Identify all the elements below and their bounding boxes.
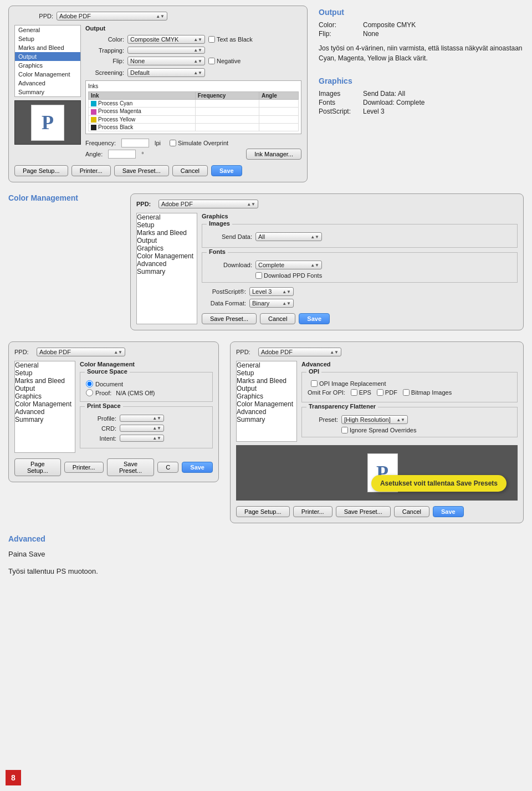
inks-section: Inks Ink Frequency Angle	[85, 80, 301, 134]
g-nav-setup[interactable]: Setup	[137, 221, 197, 229]
download-value: Complete	[258, 262, 284, 268]
simulate-overprint-checkbox[interactable]	[170, 140, 176, 146]
document-label: Document	[95, 381, 123, 387]
negative-label[interactable]: Negative	[208, 58, 241, 64]
flip-select[interactable]: None ▲▼	[127, 57, 205, 65]
adv-save-preset-button[interactable]: Save Preset...	[336, 506, 391, 517]
negative-checkbox[interactable]	[208, 58, 215, 64]
send-data-select[interactable]: All ▲▼	[255, 232, 322, 241]
adv-nav-advanced[interactable]: Advanced	[237, 408, 296, 416]
g-save-preset-button[interactable]: Save Preset...	[202, 313, 257, 324]
send-data-label: Send Data:	[208, 233, 252, 240]
frequency-input[interactable]	[121, 139, 149, 147]
preset-select[interactable]: [High Resolution] ▲▼	[341, 415, 408, 424]
data-format-select[interactable]: Binary ▲▼	[249, 299, 294, 308]
printer-button[interactable]: Printer...	[71, 165, 111, 176]
angle-input[interactable]	[108, 150, 136, 159]
proof-radio[interactable]	[86, 389, 93, 396]
pdf-label[interactable]: PDF	[377, 389, 397, 396]
cm-save-preset-button[interactable]: Save Preset...	[107, 458, 155, 476]
nav-marks-bleed[interactable]: Marks and Bleed	[15, 43, 80, 52]
text-as-black-checkbox[interactable]	[208, 36, 215, 43]
nav-summary[interactable]: Summary	[15, 88, 80, 96]
cm-nav-color-mgmt[interactable]: Color Management	[15, 400, 75, 408]
g-nav-graphics[interactable]: Graphics	[137, 244, 197, 252]
print-space-fieldset: Print Space Profile: ▲▼ CRD:	[80, 406, 213, 448]
cm-nav-output[interactable]: Output	[15, 385, 75, 392]
trapping-select[interactable]: ▲▼	[127, 47, 205, 54]
adv-printer-button[interactable]: Printer...	[293, 506, 332, 517]
data-format-row: Data Format: Binary ▲▼	[202, 299, 518, 308]
nav-advanced[interactable]: Advanced	[15, 79, 80, 88]
ignore-spread-checkbox[interactable]	[341, 427, 348, 433]
cm-nav-summary[interactable]: Summary	[15, 416, 75, 423]
save-preset-button[interactable]: Save Preset...	[114, 165, 169, 176]
adv-nav-setup[interactable]: Setup	[237, 369, 296, 377]
cm-nav-marks-bleed[interactable]: Marks and Bleed	[15, 377, 75, 385]
download-ppd-checkbox[interactable]	[255, 272, 262, 279]
page-setup-button[interactable]: Page Setup...	[14, 165, 68, 176]
g-nav-summary[interactable]: Summary	[137, 268, 197, 275]
simulate-overprint-label[interactable]: Simulate Overprint	[170, 140, 228, 146]
callout-bubble: Asetukset voit tallentaa Save Presets	[371, 475, 507, 492]
nav-output[interactable]: Output	[15, 52, 80, 61]
cm-ppd-select[interactable]: Adobe PDF ▲▼	[37, 348, 125, 356]
adv-nav-general[interactable]: General	[237, 361, 296, 369]
ignore-spread-label[interactable]: Ignore Spread Overrides	[341, 427, 511, 433]
save-button[interactable]: Save	[211, 165, 242, 176]
adv-ppd-select[interactable]: Adobe PDF ▲▼	[258, 348, 341, 356]
nav-color-management[interactable]: Color Management	[15, 70, 80, 79]
cm-nav-advanced[interactable]: Advanced	[15, 408, 75, 416]
color-select[interactable]: Composite CMYK ▲▼	[127, 35, 205, 44]
eps-checkbox[interactable]	[351, 389, 357, 396]
g-nav-marks-bleed[interactable]: Marks and Bleed	[137, 229, 197, 237]
graphics-images-val: Send Data: All	[363, 90, 405, 98]
profile-label: Profile:	[86, 415, 116, 422]
g-save-button[interactable]: Save	[299, 313, 330, 324]
g-nav-output[interactable]: Output	[137, 237, 197, 244]
crd-select[interactable]: ▲▼	[120, 425, 164, 432]
cm-printer-button[interactable]: Printer...	[64, 462, 104, 473]
profile-select[interactable]: ▲▼	[120, 415, 164, 422]
adv-nav-color-mgmt[interactable]: Color Management	[237, 400, 296, 408]
cm-nav-setup[interactable]: Setup	[15, 369, 75, 377]
g-nav-advanced[interactable]: Advanced	[137, 260, 197, 268]
g-nav-general[interactable]: General	[137, 213, 197, 221]
cm-page-setup-button[interactable]: Page Setup...	[14, 458, 61, 476]
adv-nav-marks-bleed[interactable]: Marks and Bleed	[237, 377, 296, 385]
nav-graphics[interactable]: Graphics	[15, 61, 80, 70]
adv-nav-summary[interactable]: Summary	[237, 416, 296, 423]
ink-manager-button[interactable]: Ink Manager...	[246, 149, 301, 160]
print-space-legend: Print Space	[85, 402, 123, 409]
nav-setup[interactable]: Setup	[15, 34, 80, 43]
cm-nav-graphics[interactable]: Graphics	[15, 392, 75, 400]
postscript-select[interactable]: Level 3 ▲▼	[249, 287, 294, 296]
adv-save-button[interactable]: Save	[433, 506, 464, 517]
cm-save-button[interactable]: Save	[182, 462, 213, 473]
adv-page-setup-button[interactable]: Page Setup...	[236, 506, 290, 517]
adv-nav-graphics[interactable]: Graphics	[237, 392, 296, 400]
adv-nav-output[interactable]: Output	[237, 385, 296, 392]
adv-cancel-button[interactable]: Cancel	[394, 506, 429, 517]
cm-nav-general[interactable]: General	[15, 361, 75, 369]
download-select[interactable]: Complete ▲▼	[255, 261, 322, 269]
g-nav-color-mgmt[interactable]: Color Management	[137, 252, 197, 260]
bitmap-label[interactable]: Bitmap Images	[403, 389, 452, 396]
eps-label[interactable]: EPS	[351, 389, 371, 396]
ppd-select[interactable]: Adobe PDF ▲▼	[57, 12, 167, 21]
cancel-button[interactable]: Cancel	[172, 165, 208, 176]
intent-select[interactable]: ▲▼	[120, 435, 164, 442]
download-ppd-label[interactable]: Download PPD Fonts	[255, 272, 511, 279]
graphics-ppd-select[interactable]: Adobe PDF ▲▼	[158, 200, 258, 208]
bitmap-checkbox[interactable]	[403, 389, 410, 396]
text-as-black-label[interactable]: Text as Black	[208, 36, 253, 43]
screening-select[interactable]: Default ▲▼	[127, 68, 205, 77]
ink-magenta: Process Magenta	[89, 108, 196, 115]
opi-image-checkbox[interactable]	[311, 380, 318, 387]
pdf-checkbox[interactable]	[377, 389, 383, 396]
nav-general[interactable]: General	[15, 25, 80, 34]
document-radio[interactable]	[86, 380, 93, 387]
opi-image-label[interactable]: OPI Image Replacement	[311, 380, 511, 387]
cm-cancel-button[interactable]: C	[157, 462, 178, 473]
g-cancel-button[interactable]: Cancel	[260, 313, 295, 324]
